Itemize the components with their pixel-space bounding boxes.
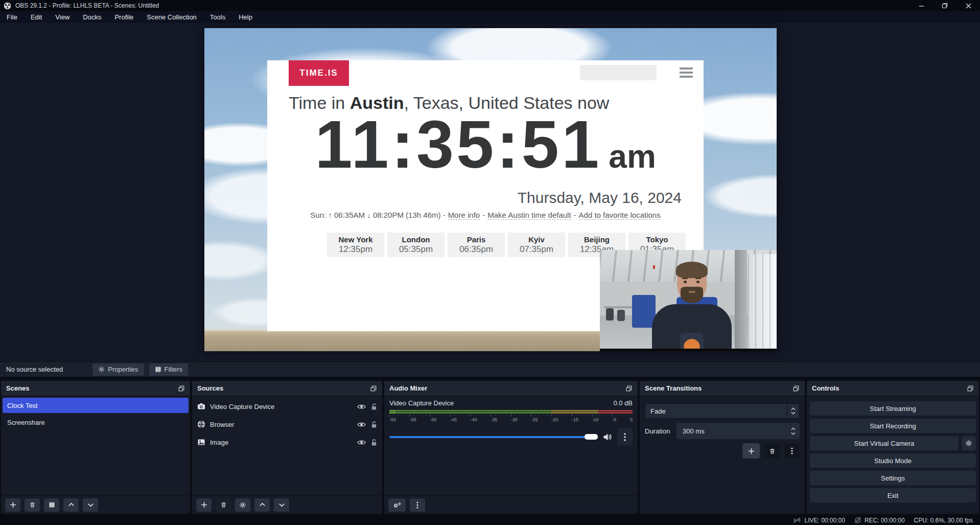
- globe-icon: [197, 420, 205, 428]
- source-properties-button[interactable]: [235, 498, 250, 512]
- menu-view[interactable]: View: [49, 11, 76, 23]
- sun-info-line: Sun: ↑ 06:35AM ↓ 08:20PM (13h 46m) - Mor…: [289, 211, 682, 220]
- tick-label: -55: [410, 417, 416, 422]
- close-button[interactable]: [956, 0, 980, 11]
- scene-down-button[interactable]: [83, 498, 98, 512]
- remove-scene-button[interactable]: [25, 498, 40, 512]
- minimize-button[interactable]: [909, 0, 933, 11]
- unlock-icon[interactable]: [370, 439, 377, 446]
- city-card: New York 12:35pm: [327, 233, 384, 257]
- timeis-logo: TIME.IS: [289, 60, 349, 86]
- popout-icon[interactable]: [370, 385, 377, 392]
- speaker-icon[interactable]: [603, 433, 612, 441]
- advanced-audio-button[interactable]: [388, 498, 406, 512]
- city-time: 05:35pm: [399, 244, 433, 255]
- popout-icon[interactable]: [625, 385, 633, 392]
- tick-label: -35: [491, 417, 497, 422]
- person-head: [677, 263, 707, 302]
- tick-label: -20: [551, 417, 558, 422]
- popout-icon[interactable]: [967, 385, 974, 392]
- city-name: Beijing: [584, 235, 610, 244]
- transition-select[interactable]: Fade: [645, 403, 800, 419]
- city-time: 06:35pm: [459, 244, 493, 255]
- menu-docks[interactable]: Docks: [76, 11, 108, 23]
- gear-icon: [98, 366, 105, 373]
- scenes-panel-title: Scenes: [6, 384, 30, 392]
- mixer-level-value: 0.0 dB: [613, 399, 633, 407]
- tick-label: -40: [471, 417, 477, 422]
- popout-icon[interactable]: [792, 385, 800, 392]
- menu-profile[interactable]: Profile: [108, 11, 140, 23]
- live-time: LIVE: 00:00:00: [804, 517, 845, 524]
- popout-icon[interactable]: [178, 385, 185, 392]
- person-eye: [684, 281, 687, 283]
- eye-icon[interactable]: [357, 403, 366, 410]
- scene-up-button[interactable]: [63, 498, 79, 512]
- mixer-menu-button[interactable]: [410, 498, 425, 512]
- scene-item-clock-test[interactable]: Clock Test: [3, 398, 189, 413]
- volume-meter: [389, 410, 633, 414]
- city-card: London 05:35pm: [387, 233, 445, 257]
- tick-label: -45: [450, 417, 457, 422]
- date-line: Thursday, May 16, 2024: [518, 189, 682, 207]
- source-up-button[interactable]: [254, 498, 270, 512]
- menu-edit[interactable]: Edit: [24, 11, 49, 23]
- make-default-link: Make Austin time default: [487, 211, 571, 220]
- source-down-button[interactable]: [274, 498, 289, 512]
- maximize-button[interactable]: [933, 0, 956, 11]
- remove-transition-button[interactable]: [764, 443, 780, 459]
- webcam-pillar: [735, 250, 747, 351]
- source-row-video-capture[interactable]: Video Capture Device: [192, 399, 382, 414]
- add-source-button[interactable]: [196, 498, 212, 512]
- studio-mode-button[interactable]: Studio Mode: [810, 453, 976, 468]
- unlock-icon[interactable]: [370, 403, 377, 410]
- mixer-channel-menu-button[interactable]: [617, 428, 633, 446]
- start-streaming-button[interactable]: Start Streaming: [810, 401, 976, 416]
- menu-file[interactable]: File: [0, 11, 24, 23]
- add-scene-button[interactable]: [5, 498, 20, 512]
- eye-icon[interactable]: [357, 439, 366, 446]
- source-context-toolbar: No source selected Properties Filters: [0, 361, 980, 377]
- menu-scene-collection[interactable]: Scene Collection: [140, 11, 203, 23]
- virtual-camera-settings-button[interactable]: [962, 436, 976, 450]
- hamburger-icon[interactable]: [680, 67, 693, 78]
- city-name: Kyiv: [528, 235, 545, 244]
- transition-menu-button[interactable]: [784, 443, 800, 459]
- volume-slider-handle[interactable]: [585, 434, 598, 440]
- controls-panel-title: Controls: [812, 384, 839, 392]
- start-recording-button[interactable]: Start Recording: [810, 419, 976, 433]
- properties-button[interactable]: Properties: [92, 363, 144, 376]
- person-brow: [682, 278, 688, 279]
- filters-button[interactable]: Filters: [149, 363, 188, 376]
- webcam-chair: [617, 310, 625, 321]
- unlock-icon[interactable]: [370, 421, 377, 428]
- webcam-overlay[interactable]: [600, 250, 777, 351]
- exit-button[interactable]: Exit: [810, 488, 976, 503]
- duration-spinbox[interactable]: 300 ms: [676, 423, 800, 439]
- spin-up-icon[interactable]: [791, 427, 796, 430]
- settings-button[interactable]: Settings: [810, 471, 976, 485]
- volume-slider[interactable]: [389, 436, 598, 438]
- add-transition-button[interactable]: [742, 443, 760, 459]
- start-virtual-camera-button[interactable]: Start Virtual Camera: [810, 436, 959, 450]
- scene-filters-button[interactable]: [44, 498, 59, 512]
- properties-label: Properties: [108, 366, 138, 373]
- remove-source-button[interactable]: [216, 498, 231, 512]
- program-preview[interactable]: TIME.IS Time in Austin, Texas, United St…: [204, 28, 777, 351]
- window-title: OBS 29.1.2 - Profile: LLHLS BETA - Scene…: [15, 2, 159, 9]
- scene-item-screenshare[interactable]: Screenshare: [3, 415, 189, 430]
- menu-help[interactable]: Help: [232, 11, 259, 23]
- city-name: Paris: [467, 235, 486, 244]
- menu-bar: File Edit View Docks Profile Scene Colle…: [0, 11, 980, 23]
- city-time: 07:35pm: [520, 244, 553, 255]
- webcam-chair: [606, 308, 614, 321]
- source-row-image[interactable]: Image: [192, 435, 382, 450]
- menu-tools[interactable]: Tools: [203, 11, 232, 23]
- search-input[interactable]: [580, 65, 657, 80]
- spin-down-icon[interactable]: [791, 432, 796, 435]
- person-mouth: [689, 291, 695, 293]
- tick-label: -60: [389, 417, 396, 422]
- eye-icon[interactable]: [357, 421, 366, 428]
- clock-display: 11:35:51 am: [289, 107, 682, 184]
- source-row-browser[interactable]: Browser: [192, 417, 382, 432]
